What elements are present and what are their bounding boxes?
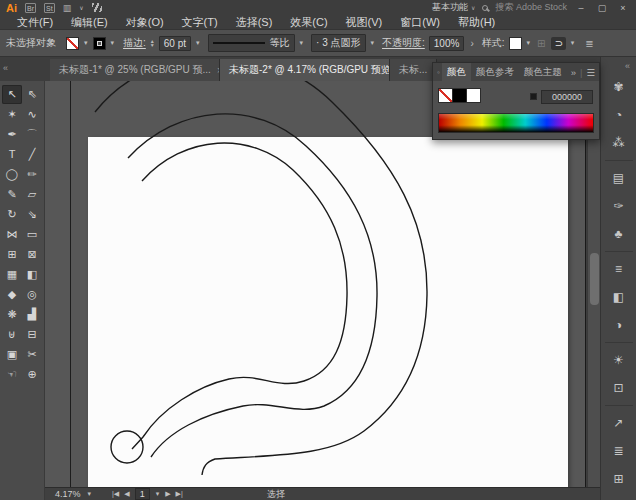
hex-value-field[interactable]: 000000	[541, 90, 593, 104]
gradient-tool[interactable]: ◧	[22, 265, 42, 284]
mesh-tool[interactable]: ▦	[2, 265, 22, 284]
perspective-grid-tool[interactable]: ⊠	[22, 245, 42, 264]
options-menu-icon[interactable]: ≣	[583, 38, 595, 49]
paintbrush-tool[interactable]: ✏	[22, 165, 42, 184]
bridge-icon[interactable]: Br	[25, 3, 36, 13]
prev-artboard-button[interactable]: ◀	[124, 490, 129, 498]
width-tool[interactable]: ⋈	[2, 225, 22, 244]
width-profile-select[interactable]: 等比	[208, 34, 295, 52]
rotate-tool[interactable]: ↻	[2, 205, 22, 224]
hand-tool[interactable]: ☜	[2, 365, 22, 384]
appearance-panel-icon[interactable]: ☀	[606, 348, 632, 372]
zoom-level-value[interactable]: 4.17%	[55, 489, 81, 499]
brush-caret-icon[interactable]: ▾	[370, 39, 376, 47]
symbols-panel-icon[interactable]: ♣	[606, 222, 632, 246]
free-transform-tool[interactable]: ▭	[22, 225, 42, 244]
width-profile-caret-icon[interactable]: ▾	[299, 39, 305, 47]
opacity-chevron-icon[interactable]: ›	[468, 38, 475, 49]
panel-expand-icon[interactable]: »	[571, 67, 576, 78]
stroke-weight-stepper[interactable]: ▲▼	[150, 39, 155, 47]
artboard-tool[interactable]: ▣	[2, 345, 22, 364]
zoom-tool[interactable]: ⊕	[22, 365, 42, 384]
vertical-scrollbar-thumb[interactable]	[590, 253, 599, 305]
close-button[interactable]: ×	[616, 3, 630, 13]
zoom-caret-icon[interactable]: ▾	[87, 490, 93, 498]
color-themes-panel-icon[interactable]: ⁂	[606, 131, 632, 155]
color-guide-panel-icon[interactable]: ◔	[606, 103, 632, 127]
artboard-number-field[interactable]: 1	[135, 488, 150, 500]
menu-item-6[interactable]: 视图(V)	[337, 15, 392, 30]
magic-wand-tool[interactable]: ✶	[2, 105, 22, 124]
eraser-tool[interactable]: ▱	[22, 185, 42, 204]
arrange-documents-caret-icon[interactable]: ∨	[79, 3, 83, 13]
curvature-tool[interactable]: ⌒	[22, 125, 42, 144]
brushes-panel-icon[interactable]: ✑	[606, 194, 632, 218]
restore-button[interactable]: ▢	[595, 3, 609, 13]
stroke-weight-caret-icon[interactable]: ▾	[195, 39, 201, 47]
document-tab-3[interactable]: 未标...	[390, 59, 437, 81]
menu-item-3[interactable]: 文字(T)	[173, 15, 227, 30]
menu-item-1[interactable]: 编辑(E)	[62, 15, 117, 30]
lasso-tool[interactable]: ∿	[22, 105, 42, 124]
slice-tool[interactable]: ✂	[22, 345, 42, 364]
first-artboard-button[interactable]: |◀	[112, 490, 119, 498]
menu-item-8[interactable]: 帮助(H)	[449, 15, 504, 30]
tab-color-guide[interactable]: 颜色参考	[471, 63, 519, 81]
tab-color[interactable]: 颜色	[442, 63, 471, 81]
search-icon[interactable]	[482, 5, 488, 11]
style-caret-icon[interactable]: ▾	[526, 39, 532, 47]
stroke-weight-field[interactable]: 60 pt	[159, 36, 191, 51]
color-panel-icon[interactable]: ✾	[606, 75, 632, 99]
stock-icon[interactable]: St	[44, 3, 55, 13]
opacity-label[interactable]: 不透明度:	[382, 36, 425, 50]
shape-mode-caret-icon[interactable]: ▾	[570, 39, 576, 47]
next-artboard-button[interactable]: ▶	[165, 490, 170, 498]
menu-item-2[interactable]: 对象(O)	[117, 15, 173, 30]
stroke-caret-icon[interactable]: ▾	[110, 39, 116, 47]
selection-tool[interactable]: ↖	[2, 85, 22, 104]
stroke-weight-label[interactable]: 描边:	[123, 36, 146, 50]
pen-tool[interactable]: ✒	[2, 125, 22, 144]
opacity-field[interactable]: 100%	[429, 36, 465, 51]
symbol-sprayer-tool[interactable]: ❋	[2, 305, 22, 324]
layers-panel-icon[interactable]: ≣	[606, 439, 632, 463]
dock-expand-icon[interactable]: «	[601, 57, 636, 73]
menu-item-7[interactable]: 窗口(W)	[391, 15, 449, 30]
scale-tool[interactable]: ⇘	[22, 205, 42, 224]
panel-menu-icon[interactable]: ☰	[586, 67, 595, 78]
gpu-performance-icon[interactable]	[92, 3, 102, 12]
shape-mode-icon[interactable]: ⊃	[551, 37, 565, 50]
menu-item-5[interactable]: 效果(C)	[281, 15, 336, 30]
tools-collapse-icon[interactable]: «	[0, 63, 12, 81]
blend-tool[interactable]: ◎	[22, 285, 42, 304]
color-white-swatch[interactable]	[466, 88, 481, 103]
last-artboard-button[interactable]: ▶|	[176, 490, 183, 498]
live-paint-bucket-tool[interactable]: ⊎	[2, 325, 22, 344]
document-tab-1[interactable]: 未标题-1* @ 25% (RGB/GPU 预...×	[50, 59, 220, 81]
color-black-swatch[interactable]	[452, 88, 467, 103]
graphic-styles-panel-icon[interactable]: ⊡	[606, 376, 632, 400]
color-none-swatch[interactable]	[438, 88, 453, 103]
ellipse-tool[interactable]: ◯	[2, 165, 22, 184]
document-tab-2[interactable]: 未标题-2* @ 4.17% (RGB/GPU 预览)×	[220, 59, 390, 81]
style-swatch[interactable]	[509, 37, 522, 50]
vertical-scrollbar[interactable]	[587, 81, 600, 487]
direct-selection-tool[interactable]: ⇖	[22, 85, 42, 104]
menu-item-4[interactable]: 选择(S)	[227, 15, 282, 30]
search-placeholder[interactable]: 搜索 Adobe Stock	[495, 1, 567, 14]
swatches-panel-icon[interactable]: ▤	[606, 166, 632, 190]
eyedropper-tool[interactable]: ◆	[2, 285, 22, 304]
export-panel-icon[interactable]: ↗	[606, 411, 632, 435]
minimize-button[interactable]: –	[574, 3, 588, 13]
artboards-panel-icon[interactable]: ⊞	[606, 467, 632, 491]
workspace-switcher[interactable]: 基本功能 ∨	[432, 1, 475, 14]
live-paint-selection-tool[interactable]: ⊟	[22, 325, 42, 344]
fill-color-swatch[interactable]	[66, 37, 79, 50]
type-tool[interactable]: T	[2, 145, 22, 164]
column-graph-tool[interactable]: ▟	[22, 305, 42, 324]
artboard-caret-icon[interactable]: ▾	[155, 490, 161, 498]
fill-caret-icon[interactable]: ▾	[83, 39, 89, 47]
canvas-viewport[interactable]	[45, 81, 586, 487]
menu-item-0[interactable]: 文件(F)	[8, 15, 62, 30]
pencil-tool[interactable]: ✎	[2, 185, 22, 204]
